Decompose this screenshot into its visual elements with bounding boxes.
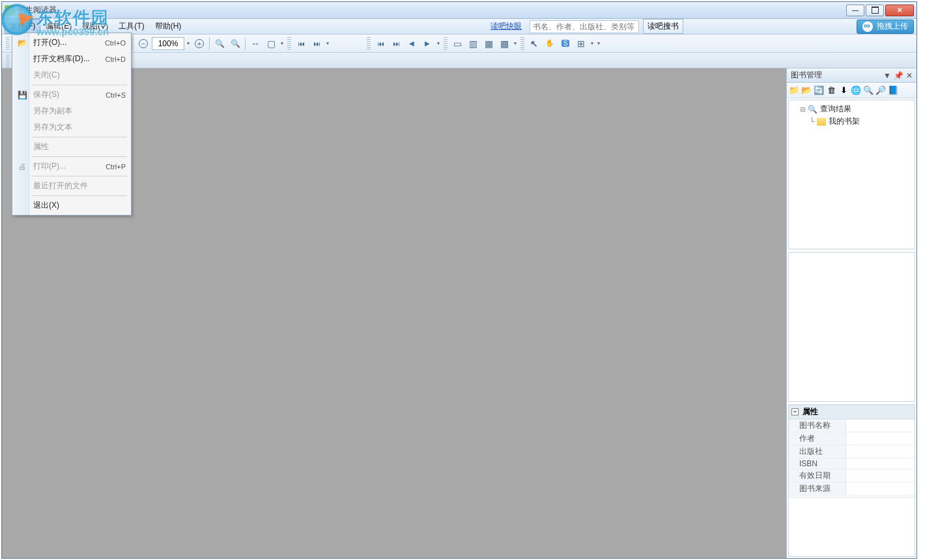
dropdown-icon[interactable]: ▾ bbox=[436, 40, 441, 46]
fit-page-button[interactable]: ▢ bbox=[264, 36, 278, 51]
menu-open-lib[interactable]: 打开文档库(D)...Ctrl+D bbox=[14, 51, 130, 67]
prop-isbn-value[interactable] bbox=[846, 458, 915, 469]
prop-publisher-value[interactable] bbox=[846, 445, 915, 458]
tree-label: 我的书架 bbox=[829, 116, 860, 127]
menu-save[interactable]: 保存(S)Ctrl+S bbox=[14, 87, 130, 103]
tree-branch-icon: └ bbox=[810, 117, 814, 126]
zoom-input[interactable] bbox=[152, 37, 184, 50]
marquee-zoom-button[interactable] bbox=[228, 36, 242, 51]
toolbar-grip-icon[interactable] bbox=[444, 37, 448, 50]
fit-width-button[interactable]: ↔ bbox=[248, 36, 263, 51]
prop-valid-value[interactable] bbox=[846, 469, 915, 482]
minimize-button[interactable] bbox=[846, 5, 864, 16]
menu-print[interactable]: 打印(P)...Ctrl+P bbox=[14, 158, 130, 175]
text-select-button[interactable] bbox=[558, 36, 573, 51]
menu-open[interactable]: 打开(O)...Ctrl+O bbox=[14, 35, 130, 51]
dropdown-icon[interactable]: ▾ bbox=[590, 40, 595, 46]
save-icon bbox=[16, 89, 28, 101]
pt-zoom-icon[interactable]: 🔎 bbox=[875, 85, 887, 96]
upload-icon bbox=[862, 21, 873, 32]
last-page-button[interactable] bbox=[309, 36, 324, 51]
menu-edit[interactable]: 编辑(E) bbox=[40, 19, 77, 34]
prop-source-label: 图书来源 bbox=[789, 483, 846, 495]
upload-button[interactable]: 拖拽上传 bbox=[857, 20, 914, 34]
file-dropdown-menu: 打开(O)...Ctrl+O 打开文档库(D)...Ctrl+D 关闭(C) 保… bbox=[12, 33, 132, 216]
pt-folder-icon[interactable]: 📂 bbox=[801, 85, 812, 96]
toolbar-grip-icon[interactable] bbox=[6, 37, 10, 50]
search-button[interactable]: 读吧搜书 bbox=[643, 19, 683, 34]
dropdown-icon[interactable]: ▾ bbox=[596, 40, 601, 46]
layout-button[interactable] bbox=[574, 36, 588, 51]
duba-link[interactable]: 读吧快眼 bbox=[487, 21, 526, 32]
collapse-icon[interactable]: − bbox=[791, 408, 799, 415]
nav-next-button[interactable] bbox=[420, 36, 434, 51]
properties-footer bbox=[789, 497, 915, 556]
tab-toolbar: ▭ ↻ ▾ bbox=[2, 53, 917, 68]
continuous-facing-button[interactable]: ▩ bbox=[497, 36, 511, 51]
maximize-button[interactable] bbox=[866, 5, 884, 16]
prop-author-label: 作者 bbox=[789, 432, 846, 445]
nav-first-button[interactable] bbox=[373, 36, 388, 51]
menu-save-text[interactable]: 另存为文本 bbox=[14, 119, 130, 135]
toolbar-grip-icon[interactable] bbox=[367, 37, 371, 50]
tree-node-results[interactable]: ⊟ 🔍 查询结果 bbox=[791, 103, 912, 115]
prop-publisher-label: 出版社 bbox=[789, 445, 846, 458]
menu-save-copy[interactable]: 另存为副本 bbox=[14, 103, 130, 119]
prop-source-value[interactable] bbox=[846, 483, 915, 495]
menu-tool[interactable]: 工具(T) bbox=[113, 19, 149, 34]
side-panel-title: 图书管理 bbox=[791, 70, 822, 81]
first-page-button[interactable] bbox=[294, 36, 308, 51]
close-button[interactable] bbox=[885, 5, 914, 16]
toolbar-grip-icon[interactable] bbox=[6, 55, 10, 68]
menu-file[interactable]: 文件(F) bbox=[5, 19, 40, 34]
zoom-out-button[interactable]: − bbox=[136, 36, 150, 51]
dropdown-icon[interactable]: ▾ bbox=[186, 40, 191, 46]
facing-button[interactable]: ▦ bbox=[481, 36, 496, 51]
search-input[interactable] bbox=[530, 20, 639, 33]
hand-tool-button[interactable] bbox=[543, 36, 557, 51]
pt-refresh-icon[interactable]: 🔄 bbox=[813, 85, 825, 96]
preview-box bbox=[788, 252, 915, 402]
pt-down-icon[interactable]: ⬇ bbox=[838, 85, 849, 96]
menu-exit[interactable]: 退出(X) bbox=[14, 197, 130, 214]
menubar: 文件(F) 编辑(E) 视图(V) 工具(T) 帮助(H) 读吧快眼 读吧搜书 … bbox=[2, 19, 917, 35]
prop-author-value[interactable] bbox=[846, 432, 915, 445]
dropdown-icon[interactable]: ▾ bbox=[325, 40, 330, 46]
panel-pin-icon[interactable]: 📌 bbox=[894, 71, 903, 80]
menu-help[interactable]: 帮助(H) bbox=[150, 19, 187, 34]
prop-isbn-label: ISBN bbox=[789, 458, 846, 469]
menu-close[interactable]: 关闭(C) bbox=[14, 67, 130, 83]
zoom-tool-button[interactable] bbox=[212, 36, 227, 51]
library-tree[interactable]: ⊟ 🔍 查询结果 └ 我的书架 bbox=[788, 100, 915, 249]
titlebar[interactable]: 书生阅读器 bbox=[2, 2, 917, 19]
single-page-button[interactable] bbox=[450, 36, 464, 51]
pt-book-icon[interactable]: 📘 bbox=[887, 85, 899, 96]
dropdown-icon[interactable]: ▾ bbox=[513, 40, 518, 46]
pt-search-icon[interactable]: 🔍 bbox=[862, 85, 874, 96]
nav-last-button[interactable] bbox=[389, 36, 403, 51]
pt-open-icon[interactable]: 📁 bbox=[788, 85, 800, 96]
panel-menu-icon[interactable]: ▼ bbox=[883, 71, 891, 80]
select-tool-button[interactable] bbox=[527, 36, 541, 51]
prop-valid-label: 有效日期 bbox=[789, 469, 846, 482]
tree-branch-icon: ⊟ bbox=[801, 105, 805, 114]
continuous-button[interactable]: ▥ bbox=[466, 36, 480, 51]
menu-properties[interactable]: 属性 bbox=[14, 139, 130, 155]
prop-name-label: 图书名称 bbox=[789, 419, 846, 432]
menu-view[interactable]: 视图(V) bbox=[77, 19, 113, 34]
search-results-icon: 🔍 bbox=[808, 105, 817, 114]
print-icon bbox=[16, 161, 28, 173]
dropdown-icon[interactable]: ▾ bbox=[279, 40, 285, 46]
prop-name-value[interactable] bbox=[846, 419, 915, 432]
side-panel-header[interactable]: 图书管理 ▼ 📌 ✕ bbox=[787, 68, 917, 83]
toolbar-grip-icon[interactable] bbox=[287, 37, 291, 50]
zoom-in-button[interactable]: + bbox=[192, 36, 206, 51]
pt-delete-icon[interactable]: 🗑 bbox=[825, 85, 837, 96]
panel-close-icon[interactable]: ✕ bbox=[906, 71, 913, 80]
tree-node-shelf[interactable]: └ 我的书架 bbox=[791, 115, 912, 128]
menu-recent[interactable]: 最近打开的文件 bbox=[14, 178, 130, 194]
properties-title: 属性 bbox=[803, 406, 818, 417]
toolbar-grip-icon[interactable] bbox=[520, 37, 524, 50]
nav-prev-button[interactable] bbox=[405, 36, 419, 51]
pt-ie-icon[interactable]: 🌐 bbox=[850, 85, 862, 96]
